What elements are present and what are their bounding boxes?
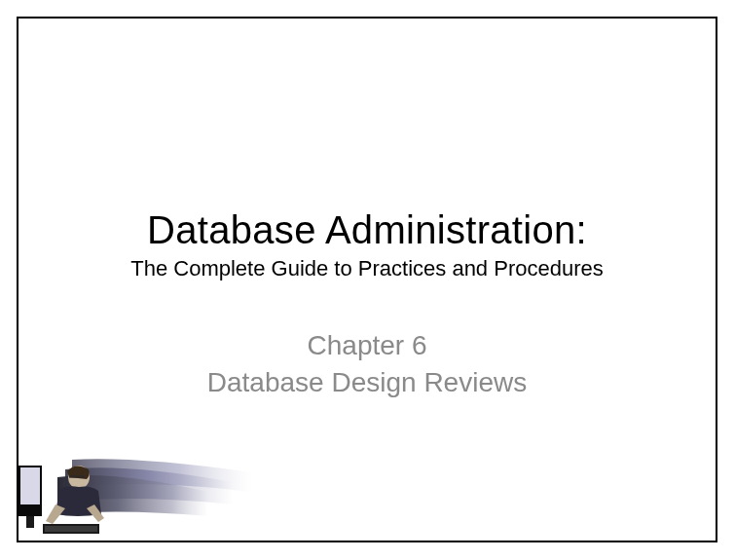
subtitle: The Complete Guide to Practices and Proc… — [18, 256, 716, 281]
decorative-image — [18, 448, 272, 541]
chapter-block: Chapter 6 Database Design Reviews — [18, 330, 716, 398]
chapter-title: Database Design Reviews — [18, 367, 716, 398]
svg-rect-1 — [20, 467, 40, 504]
svg-rect-6 — [45, 526, 97, 532]
title-block: Database Administration: The Complete Gu… — [18, 208, 716, 281]
presentation-slide: Database Administration: The Complete Gu… — [17, 17, 717, 542]
chapter-number: Chapter 6 — [18, 330, 716, 361]
svg-rect-2 — [26, 516, 34, 528]
svg-rect-4 — [69, 475, 85, 478]
main-title: Database Administration: — [18, 208, 716, 252]
